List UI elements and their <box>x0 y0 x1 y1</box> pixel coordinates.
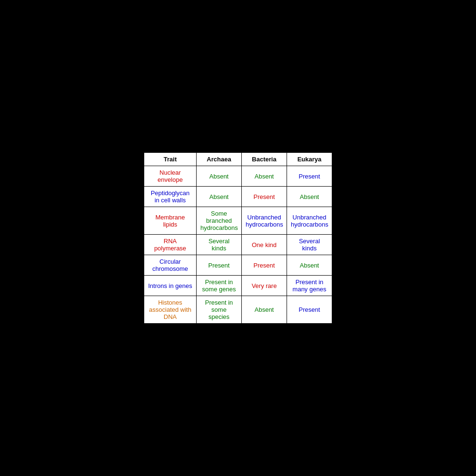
cell-bacteria: Unbranched hydrocarbons <box>242 207 287 235</box>
cell-archaea: Several kinds <box>197 235 242 255</box>
cell-archaea: Present in some genes <box>197 276 242 296</box>
cell-eukarya: Absent <box>287 187 332 207</box>
cell-trait: Peptidoglycan in cell walls <box>144 187 197 207</box>
cell-bacteria: Present <box>242 187 287 207</box>
table-row: RNA polymeraseSeveral kindsOne kindSever… <box>144 235 332 255</box>
cell-trait: Histones associated with DNA <box>144 296 197 324</box>
cell-eukarya: Present <box>287 296 332 324</box>
cell-archaea: Present in some species <box>197 296 242 324</box>
table-row: Introns in genesPresent in some genesVer… <box>144 276 332 296</box>
table-row: Circular chromosomePresentPresentAbsent <box>144 255 332 276</box>
cell-trait: RNA polymerase <box>144 235 197 255</box>
cell-bacteria: Present <box>242 255 287 276</box>
cell-bacteria: Absent <box>242 296 287 324</box>
table-row: Membrane lipidsSome branched hydrocarbon… <box>144 207 332 235</box>
cell-trait: Membrane lipids <box>144 207 197 235</box>
cell-archaea: Some branched hydrocarbons <box>197 207 242 235</box>
table-row: Nuclear envelopeAbsentAbsentPresent <box>144 166 332 187</box>
table-row: Histones associated with DNAPresent in s… <box>144 296 332 324</box>
comparison-table: Trait Archaea Bacteria Eukarya Nuclear e… <box>143 151 333 325</box>
cell-archaea: Absent <box>197 166 242 187</box>
cell-archaea: Present <box>197 255 242 276</box>
cell-archaea: Absent <box>197 187 242 207</box>
cell-bacteria: Absent <box>242 166 287 187</box>
cell-eukarya: Unbranched hydrocarbons <box>287 207 332 235</box>
cell-eukarya: Present <box>287 166 332 187</box>
header-bacteria: Bacteria <box>242 153 287 166</box>
header-eukarya: Eukarya <box>287 153 332 166</box>
header-archaea: Archaea <box>197 153 242 166</box>
cell-eukarya: Present in many genes <box>287 276 332 296</box>
cell-trait: Introns in genes <box>144 276 197 296</box>
cell-trait: Circular chromosome <box>144 255 197 276</box>
cell-bacteria: Very rare <box>242 276 287 296</box>
cell-eukarya: Several kinds <box>287 235 332 255</box>
cell-eukarya: Absent <box>287 255 332 276</box>
cell-bacteria: One kind <box>242 235 287 255</box>
header-trait: Trait <box>144 153 197 166</box>
cell-trait: Nuclear envelope <box>144 166 197 187</box>
table-row: Peptidoglycan in cell wallsAbsentPresent… <box>144 187 332 207</box>
